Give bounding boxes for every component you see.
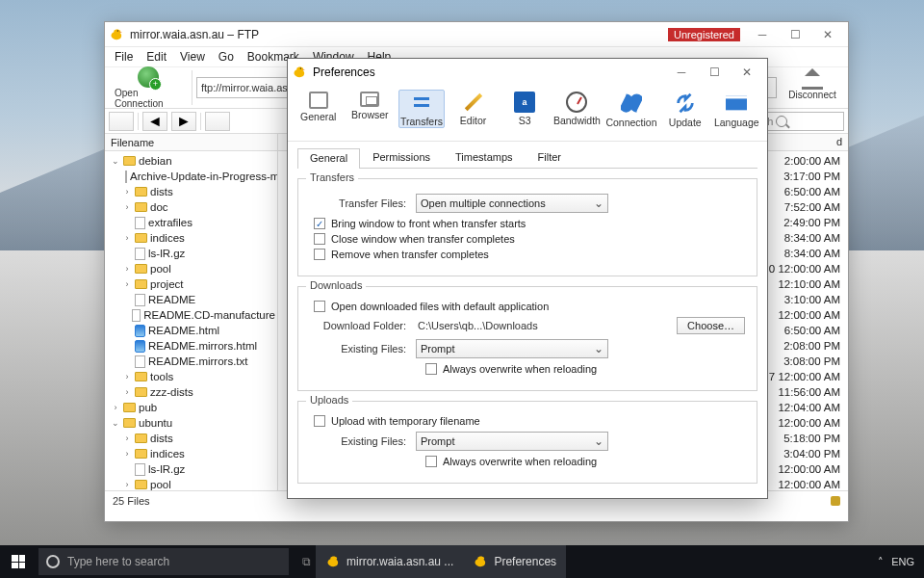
tree-item[interactable]: ›dists: [107, 431, 277, 446]
windows-icon: [12, 555, 25, 568]
tree-item[interactable]: README.mirrors.txt: [107, 354, 277, 369]
group-title: Downloads: [306, 279, 366, 291]
folder-icon: [135, 264, 147, 274]
tree-item[interactable]: ⌄debian: [107, 153, 277, 169]
prefs-tab-s3[interactable]: aS3: [501, 90, 548, 126]
existing-files-select[interactable]: Prompt: [416, 339, 608, 358]
menu-file[interactable]: File: [109, 48, 139, 66]
transfers-icon: [411, 92, 432, 114]
existing-files-label: Existing Files:: [310, 343, 416, 355]
checkbox-overwrite-uploads[interactable]: [425, 456, 437, 467]
file-icon: [135, 248, 145, 260]
nav-back[interactable]: ◄: [142, 112, 167, 131]
checkbox-open-default[interactable]: [314, 301, 325, 312]
general-icon: [309, 92, 328, 109]
prefs-minimize-button[interactable]: ─: [665, 62, 698, 83]
checkbox-temp-filename[interactable]: [314, 415, 325, 427]
menu-view[interactable]: View: [174, 48, 211, 66]
nav-up[interactable]: [205, 112, 230, 131]
checkbox-close-complete[interactable]: [314, 233, 325, 245]
tree-item[interactable]: ›tools: [107, 369, 277, 384]
file-icon: [135, 355, 145, 368]
existing-files-select-upload[interactable]: Prompt: [416, 432, 608, 451]
transfer-files-label: Transfer Files:: [310, 197, 416, 209]
taskbar-item-ftp[interactable]: mirror.waia.asn.au ...: [316, 545, 463, 578]
prefs-tab-connection[interactable]: Connection: [606, 90, 656, 128]
open-connection-button[interactable]: Open Connection: [109, 66, 188, 109]
tree-item[interactable]: README: [107, 292, 277, 307]
choose-button[interactable]: Choose…: [677, 317, 745, 334]
unregistered-badge: Unregistered: [668, 28, 740, 41]
taskbar-item-preferences[interactable]: Preferences: [463, 545, 566, 578]
nav-forward[interactable]: ►: [171, 112, 196, 131]
prefs-tab-transfers[interactable]: Transfers: [398, 90, 445, 128]
disconnect-label: Disconnect: [788, 90, 835, 100]
tree-item[interactable]: ›project: [107, 276, 277, 292]
tree-item[interactable]: README.html: [107, 323, 277, 338]
tree-item[interactable]: ›pool: [107, 261, 277, 276]
prefs-maximize-button[interactable]: ☐: [698, 62, 731, 83]
duck-icon: [325, 554, 341, 569]
filename-column-header[interactable]: Filename: [105, 134, 277, 151]
nav-btn[interactable]: [109, 112, 134, 131]
preferences-dialog: Preferences ─ ☐ ✕ GeneralBrowserTransfer…: [287, 58, 768, 499]
maximize-button[interactable]: ☐: [779, 24, 811, 45]
transfer-files-select[interactable]: Open multiple connections: [416, 194, 608, 213]
folder-icon: [123, 403, 136, 412]
prefs-title: Preferences: [313, 66, 665, 79]
uploads-group: Uploads Upload with temporary filename E…: [297, 401, 757, 484]
subtab-filter[interactable]: Filter: [526, 147, 574, 168]
menu-go[interactable]: Go: [213, 48, 240, 66]
tree-item[interactable]: ⌄ubuntu: [107, 415, 277, 431]
tree-item[interactable]: README.CD-manufacture: [107, 307, 277, 323]
duck-icon: [473, 554, 488, 569]
language-indicator[interactable]: ENG: [891, 556, 914, 567]
checkbox-bring-front[interactable]: [314, 218, 325, 229]
folder-icon: [135, 233, 147, 243]
file-icon: [135, 294, 145, 306]
checkbox-remove-complete[interactable]: [314, 249, 325, 260]
prefs-tab-editor[interactable]: Editor: [450, 90, 497, 126]
subtab-timestamps[interactable]: Timestamps: [443, 147, 526, 168]
close-button[interactable]: ✕: [811, 24, 844, 45]
tree-item[interactable]: README.mirrors.html: [107, 338, 277, 354]
prefs-tab-update[interactable]: Update: [662, 90, 708, 128]
s3-icon: a: [514, 92, 535, 113]
tree-item[interactable]: ›dists: [107, 184, 277, 199]
disconnect-button[interactable]: Disconnect: [781, 76, 844, 100]
minimize-button[interactable]: ─: [746, 24, 779, 45]
subtab-general[interactable]: General: [297, 148, 360, 169]
prefs-close-button[interactable]: ✕: [731, 62, 763, 83]
file-icon: [135, 463, 145, 476]
svg-rect-3: [726, 96, 747, 99]
prefs-tab-general[interactable]: General: [295, 90, 342, 122]
prefs-toolbar: GeneralBrowserTransfersEditoraS3Bandwidt…: [288, 86, 767, 142]
prefs-tab-bandwidth[interactable]: Bandwidth: [553, 90, 601, 126]
prefs-tab-browser[interactable]: Browser: [347, 90, 394, 120]
tree-item[interactable]: ls-lR.gz: [107, 461, 277, 477]
start-button[interactable]: [0, 545, 37, 578]
taskbar-search[interactable]: Type here to search: [38, 548, 289, 575]
tree-item[interactable]: ls-lR.gz: [107, 246, 277, 261]
eject-icon: [802, 76, 823, 90]
tree-item[interactable]: ›pub: [107, 400, 277, 415]
ie-icon: [135, 325, 145, 337]
task-view-icon[interactable]: ⧉: [296, 552, 316, 571]
tree-item[interactable]: Archive-Update-in-Progress-mirror.w: [107, 169, 277, 184]
tree-item[interactable]: ›pool: [107, 477, 277, 490]
tree-item[interactable]: ›zzz-dists: [107, 384, 277, 400]
prefs-titlebar: Preferences ─ ☐ ✕: [288, 59, 767, 86]
tray-chevron-icon[interactable]: ˄: [878, 556, 884, 568]
tree-item[interactable]: ›doc: [107, 199, 277, 215]
subtab-permissions[interactable]: Permissions: [360, 147, 443, 168]
downloads-group: Downloads Open downloaded files with def…: [297, 286, 757, 391]
tree-item[interactable]: ›indices: [107, 446, 277, 461]
checkbox-overwrite-downloads[interactable]: [425, 363, 437, 375]
tree-item[interactable]: extrafiles: [107, 215, 277, 230]
group-title: Transfers: [306, 171, 358, 183]
update-icon: [674, 92, 697, 115]
transfers-group: Transfers Transfer Files: Open multiple …: [297, 178, 757, 276]
prefs-tab-language[interactable]: Language: [714, 90, 760, 128]
tree-item[interactable]: ›indices: [107, 230, 277, 246]
menu-edit[interactable]: Edit: [141, 48, 172, 66]
